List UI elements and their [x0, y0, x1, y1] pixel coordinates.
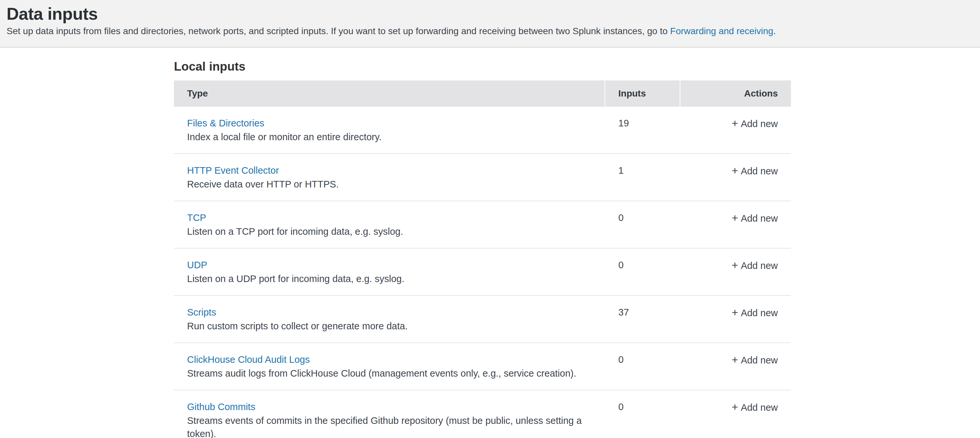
inputs-count-cell: 19	[605, 116, 680, 143]
main-content: Local inputs Type Inputs Actions Files &…	[0, 48, 980, 438]
type-cell: TCP Listen on a TCP port for incoming da…	[174, 211, 605, 238]
plus-icon: +	[732, 211, 738, 224]
input-type-link[interactable]: Files & Directories	[187, 116, 264, 130]
table-row: UDP Listen on a UDP port for incoming da…	[174, 248, 791, 296]
actions-cell: +Add new	[680, 258, 791, 285]
plus-icon: +	[732, 164, 738, 177]
actions-cell: +Add new	[680, 400, 791, 438]
column-header-actions: Actions	[680, 80, 791, 107]
add-new-button[interactable]: +Add new	[732, 164, 778, 178]
section-heading: Local inputs	[174, 59, 980, 74]
input-type-description: Index a local file or monitor an entire …	[187, 131, 592, 143]
inputs-count-cell: 0	[605, 400, 680, 438]
input-type-link[interactable]: Scripts	[187, 306, 216, 319]
add-new-label: Add new	[741, 164, 778, 178]
add-new-button[interactable]: +Add new	[732, 400, 778, 414]
inputs-count: 37	[618, 307, 629, 317]
input-type-description: Receive data over HTTP or HTTPS.	[187, 178, 592, 191]
inputs-count-cell: 0	[605, 258, 680, 285]
table-row: ClickHouse Cloud Audit Logs Streams audi…	[174, 343, 791, 390]
input-type-description: Listen on a TCP port for incoming data, …	[187, 225, 592, 238]
type-cell: Scripts Run custom scripts to collect or…	[174, 306, 605, 333]
plus-icon: +	[732, 116, 738, 130]
actions-cell: +Add new	[680, 306, 791, 333]
actions-cell: +Add new	[680, 116, 791, 143]
actions-cell: +Add new	[680, 164, 791, 191]
add-new-label: Add new	[741, 306, 778, 320]
table-row: HTTP Event Collector Receive data over H…	[174, 154, 791, 201]
input-type-description: Streams events of commits in the specifi…	[187, 414, 592, 438]
input-type-link[interactable]: HTTP Event Collector	[187, 164, 279, 177]
add-new-label: Add new	[741, 354, 778, 367]
add-new-label: Add new	[741, 259, 778, 272]
input-type-link[interactable]: Github Commits	[187, 400, 255, 413]
add-new-button[interactable]: +Add new	[732, 306, 778, 320]
add-new-button[interactable]: +Add new	[732, 258, 778, 272]
table-row: TCP Listen on a TCP port for incoming da…	[174, 201, 791, 248]
type-cell: Github Commits Streams events of commits…	[174, 400, 605, 438]
add-new-label: Add new	[741, 212, 778, 225]
plus-icon: +	[732, 306, 738, 319]
plus-icon: +	[732, 258, 738, 272]
column-header-inputs: Inputs	[605, 80, 680, 107]
forwarding-receiving-link[interactable]: Forwarding and receiving	[670, 26, 773, 36]
table-row: Files & Directories Index a local file o…	[174, 107, 791, 154]
add-new-button[interactable]: +Add new	[732, 211, 778, 225]
plus-icon: +	[732, 400, 738, 413]
table-header-row: Type Inputs Actions	[174, 80, 791, 107]
inputs-count-cell: 0	[605, 353, 680, 380]
actions-cell: +Add new	[680, 353, 791, 380]
type-cell: HTTP Event Collector Receive data over H…	[174, 164, 605, 191]
plus-icon: +	[732, 353, 738, 366]
page-title: Data inputs	[6, 5, 967, 23]
input-type-link[interactable]: TCP	[187, 211, 206, 224]
inputs-count: 0	[618, 354, 624, 365]
inputs-count: 0	[618, 212, 624, 223]
type-cell: UDP Listen on a UDP port for incoming da…	[174, 258, 605, 285]
inputs-count: 0	[618, 260, 624, 270]
add-new-button[interactable]: +Add new	[732, 116, 778, 131]
add-new-button[interactable]: +Add new	[732, 353, 778, 367]
add-new-label: Add new	[741, 117, 778, 131]
page-header: Data inputs Set up data inputs from file…	[0, 0, 980, 48]
type-cell: Files & Directories Index a local file o…	[174, 116, 605, 143]
column-header-type: Type	[174, 80, 605, 107]
input-type-description: Run custom scripts to collect or generat…	[187, 320, 592, 333]
subtitle-text: Set up data inputs from files and direct…	[6, 26, 670, 36]
inputs-count-cell: 1	[605, 164, 680, 191]
inputs-count: 19	[618, 118, 629, 128]
inputs-count-cell: 0	[605, 211, 680, 238]
local-inputs-table: Type Inputs Actions Files & Directories …	[174, 80, 791, 438]
input-type-link[interactable]: UDP	[187, 258, 207, 272]
inputs-count: 1	[618, 165, 624, 176]
input-type-description: Listen on a UDP port for incoming data, …	[187, 272, 592, 285]
subtitle-period: .	[773, 26, 776, 36]
type-cell: ClickHouse Cloud Audit Logs Streams audi…	[174, 353, 605, 380]
table-row: Scripts Run custom scripts to collect or…	[174, 296, 791, 343]
input-type-link[interactable]: ClickHouse Cloud Audit Logs	[187, 353, 310, 366]
add-new-label: Add new	[741, 401, 778, 414]
actions-cell: +Add new	[680, 211, 791, 238]
page-subtitle: Set up data inputs from files and direct…	[6, 26, 967, 37]
table-row: Github Commits Streams events of commits…	[174, 390, 791, 438]
inputs-count: 0	[618, 401, 624, 412]
inputs-count-cell: 37	[605, 306, 680, 333]
input-type-description: Streams audit logs from ClickHouse Cloud…	[187, 367, 592, 380]
